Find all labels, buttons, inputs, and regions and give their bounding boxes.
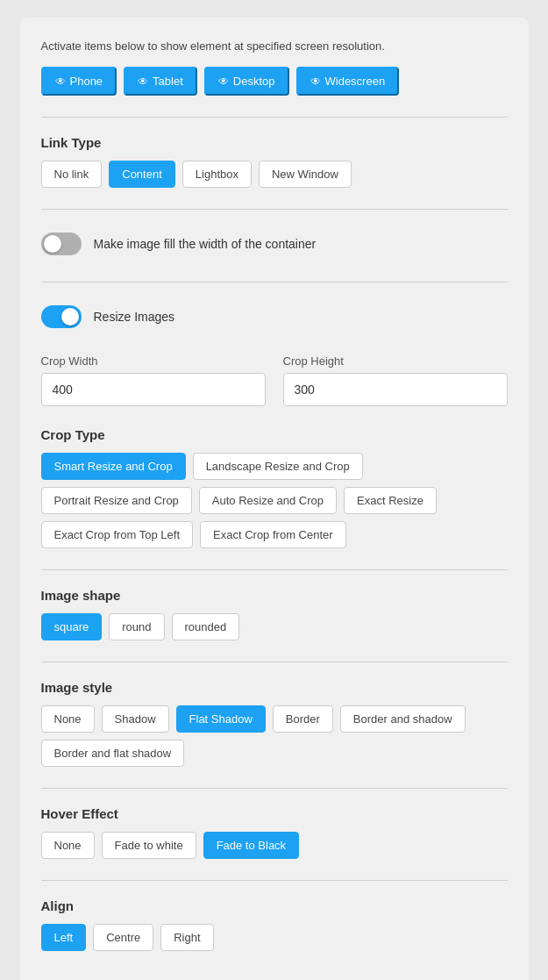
image-style-border-flat-shadow[interactable]: Border and flat shadow xyxy=(41,740,185,767)
desktop-button[interactable]: Desktop xyxy=(204,67,289,96)
crop-width-label: Crop Width xyxy=(41,354,266,368)
crop-width-field: Crop Width xyxy=(41,354,266,406)
image-style-border-shadow[interactable]: Border and shadow xyxy=(340,705,466,733)
align-group: Left Centre Right xyxy=(41,924,508,951)
image-shape-square[interactable]: square xyxy=(41,613,103,640)
crop-type-section: Crop Type Smart Resize and Crop Landscap… xyxy=(41,427,508,548)
divider-5 xyxy=(41,662,508,662)
align-centre[interactable]: Centre xyxy=(93,924,153,951)
align-right[interactable]: Right xyxy=(160,924,213,951)
fill-width-label: Make image fill the width of the contain… xyxy=(94,237,317,251)
fill-width-section: Make image fill the width of the contain… xyxy=(41,227,508,261)
eye-icon-desktop xyxy=(218,75,229,88)
screen-description: Activate items below to show element at … xyxy=(41,39,508,54)
screen-buttons-group: Phone Tablet Desktop Widescreen xyxy=(41,67,508,96)
align-left[interactable]: Left xyxy=(41,924,87,951)
align-title: Align xyxy=(41,898,508,913)
tablet-button[interactable]: Tablet xyxy=(124,67,197,96)
image-shape-rounded[interactable]: rounded xyxy=(172,613,240,640)
eye-icon-phone xyxy=(55,75,66,88)
resize-images-section: Resize Images xyxy=(41,300,508,333)
crop-type-exact-center[interactable]: Exact Crop from Center xyxy=(200,521,346,548)
image-shape-section: Image shape square round rounded xyxy=(41,588,508,640)
screen-resolution-section: Activate items below to show element at … xyxy=(41,39,508,96)
eye-icon-tablet xyxy=(138,75,148,88)
link-type-group: No link Content Lightbox New Window xyxy=(41,161,508,188)
crop-type-exact-top-left[interactable]: Exact Crop from Top Left xyxy=(41,521,194,548)
crop-type-portrait-resize[interactable]: Portrait Resize and Crop xyxy=(41,487,192,514)
eye-icon-widescreen xyxy=(310,75,321,88)
divider-7 xyxy=(41,880,508,881)
link-type-no-link[interactable]: No link xyxy=(41,161,103,188)
divider-1 xyxy=(41,117,508,118)
image-style-group: None Shadow Flat Shadow Border Border an… xyxy=(41,705,508,767)
resize-images-thumb xyxy=(61,308,79,325)
crop-type-auto-resize[interactable]: Auto Resize and Crop xyxy=(199,487,337,514)
fill-width-thumb xyxy=(44,235,61,253)
resize-images-label: Resize Images xyxy=(94,310,175,324)
link-type-content[interactable]: Content xyxy=(109,161,175,188)
hover-effect-section: Hover Effect None Fade to white Fade to … xyxy=(41,806,508,859)
hover-effect-fade-white[interactable]: Fade to white xyxy=(102,832,196,859)
divider-3 xyxy=(41,282,508,283)
hover-effect-none[interactable]: None xyxy=(41,832,95,859)
image-style-shadow[interactable]: Shadow xyxy=(102,705,169,733)
crop-type-landscape-resize[interactable]: Landscape Resize and Crop xyxy=(193,453,363,480)
image-shape-group: square round rounded xyxy=(41,613,508,640)
crop-height-input[interactable] xyxy=(283,373,508,406)
widescreen-button[interactable]: Widescreen xyxy=(296,67,400,96)
align-section: Align Left Centre Right xyxy=(41,898,508,951)
divider-6 xyxy=(41,788,508,789)
image-style-flat-shadow[interactable]: Flat Shadow xyxy=(176,705,266,733)
link-type-new-window[interactable]: New Window xyxy=(259,161,352,188)
fill-width-track xyxy=(41,232,82,255)
hover-effect-fade-black[interactable]: Fade to Black xyxy=(203,832,300,859)
crop-height-field: Crop Height xyxy=(283,354,508,406)
image-style-section: Image style None Shadow Flat Shadow Bord… xyxy=(41,680,508,767)
image-style-none[interactable]: None xyxy=(41,705,95,733)
resize-images-track xyxy=(41,305,82,328)
crop-type-smart-resize[interactable]: Smart Resize and Crop xyxy=(41,453,186,480)
crop-height-label: Crop Height xyxy=(283,354,508,368)
image-style-border[interactable]: Border xyxy=(273,705,333,733)
fill-width-toggle-row: Make image fill the width of the contain… xyxy=(41,227,508,261)
resize-images-toggle-row: Resize Images xyxy=(41,300,508,333)
link-type-title: Link Type xyxy=(41,135,508,150)
crop-inputs-group: Crop Width Crop Height xyxy=(41,354,508,406)
divider-2 xyxy=(41,209,508,210)
link-type-lightbox[interactable]: Lightbox xyxy=(182,161,252,188)
resize-images-toggle[interactable] xyxy=(41,305,82,328)
fill-width-toggle[interactable] xyxy=(41,232,82,255)
link-type-section: Link Type No link Content Lightbox New W… xyxy=(41,135,508,188)
crop-type-title: Crop Type xyxy=(41,427,508,442)
crop-type-group: Smart Resize and Crop Landscape Resize a… xyxy=(41,453,508,548)
phone-button[interactable]: Phone xyxy=(41,67,117,96)
settings-panel: Activate items below to show element at … xyxy=(20,18,529,980)
hover-effect-group: None Fade to white Fade to Black xyxy=(41,832,508,859)
crop-width-input[interactable] xyxy=(41,373,266,406)
image-shape-title: Image shape xyxy=(41,588,508,603)
crop-inputs-section: Crop Width Crop Height xyxy=(41,354,508,406)
hover-effect-title: Hover Effect xyxy=(41,806,508,821)
crop-type-exact-resize[interactable]: Exact Resize xyxy=(344,487,437,514)
image-shape-round[interactable]: round xyxy=(109,613,164,640)
divider-4 xyxy=(41,569,508,570)
image-style-title: Image style xyxy=(41,680,508,695)
